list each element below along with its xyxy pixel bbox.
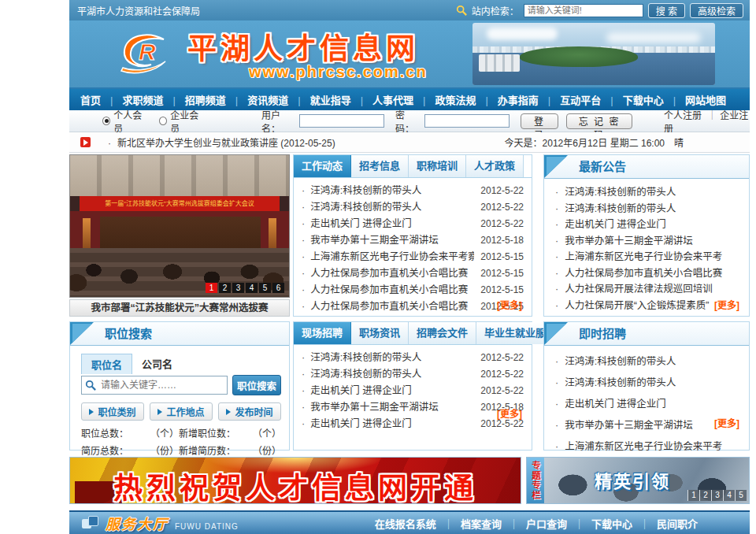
nav-item-info[interactable]: 资讯频道 xyxy=(226,92,288,107)
list-item[interactable]: 汪鸿涛:科技创新的带头人 xyxy=(555,184,739,201)
list-item[interactable]: 我市举办第十三期金平湖讲坛 xyxy=(555,415,739,436)
news-title[interactable]: 我市举办第十三期金平湖讲坛 xyxy=(302,399,474,416)
pager-item[interactable]: 5 xyxy=(259,283,271,293)
pager-item[interactable]: 3 xyxy=(711,490,723,501)
password-field[interactable] xyxy=(424,114,510,128)
list-item[interactable]: 走出机关门 进得企业门 xyxy=(555,217,739,233)
nav-item-interaction[interactable]: 互动平台 xyxy=(539,92,601,107)
company-member-radio[interactable] xyxy=(159,117,167,125)
pager-item[interactable]: 3 xyxy=(232,283,244,293)
personal-register-link[interactable]: 个人注册 xyxy=(664,110,702,121)
news-title[interactable]: 走出机关门 进得企业门 xyxy=(302,416,474,432)
list-item[interactable]: 上海浦东新区光电子行业协会来平考 xyxy=(555,249,739,265)
more-link[interactable]: [更多] xyxy=(714,298,739,311)
personal-member-label[interactable]: 个人会员 xyxy=(113,108,148,135)
more-link[interactable]: [更多] xyxy=(714,416,739,429)
more-link[interactable]: [更多] xyxy=(497,298,522,311)
username-field[interactable] xyxy=(299,114,384,128)
list-item[interactable]: 走出机关门 进得企业门 xyxy=(555,394,739,415)
ticker-news-link[interactable]: 新北区举办大学生创业与就业政策讲座 (2012-05-25) xyxy=(108,135,335,149)
tab-onsite-recruit[interactable]: 现场招聘 xyxy=(294,322,351,344)
link-download-center[interactable]: 下载中心 xyxy=(567,516,632,531)
list-item[interactable]: 汪鸿涛:科技创新的带头人 xyxy=(555,351,739,373)
pager-item[interactable]: 4 xyxy=(246,283,258,293)
cloud-shape xyxy=(487,28,558,40)
photo-caption[interactable]: 我市部署“江苏技能状元”大赛常州选拔赛 xyxy=(69,299,290,317)
tab-career-info[interactable]: 职场资讯 xyxy=(351,322,409,344)
more-link[interactable]: [更多] xyxy=(497,406,522,420)
company-member-label[interactable]: 企业会员 xyxy=(170,108,205,135)
filter-time-button[interactable]: 发布时间 xyxy=(218,402,281,421)
nav-item-hr-agency[interactable]: 人事代理 xyxy=(351,92,413,107)
tab-position-name[interactable]: 职位名 xyxy=(81,354,132,374)
search-button[interactable]: 搜 索 xyxy=(648,3,685,18)
news-title[interactable]: 人力社保局参加市直机关小合唱比赛 xyxy=(302,265,474,282)
tab-talent-policy[interactable]: 人才政策 xyxy=(466,155,524,177)
list-item[interactable]: 汪鸿涛:科技创新的带头人 xyxy=(555,201,739,217)
pager-item[interactable]: 6 xyxy=(272,283,284,293)
announcements-panel: 最新公告 汪鸿涛:科技创新的带头人 汪鸿涛:科技创新的带头人 走出机关门 进得企… xyxy=(543,154,750,317)
news-title[interactable]: 走出机关门 进得企业门 xyxy=(302,216,474,232)
site-logo-icon[interactable]: R xyxy=(115,28,181,79)
conference-photo[interactable]: 第一届“江苏技能状元”大赛常州选拔赛组委会扩大会议 1 2 3 4 5 6 xyxy=(69,154,290,298)
filter-category-button[interactable]: 职位类别 xyxy=(81,402,144,421)
news-title[interactable]: 人力社保局参加市直机关小合唱比赛 xyxy=(302,299,474,315)
list-item[interactable]: 我市举办第十三期金平湖讲坛 xyxy=(555,233,739,250)
advanced-search-button[interactable]: 高级检索 xyxy=(690,3,743,18)
news-title[interactable]: 汪鸿涛:科技创新的带头人 xyxy=(302,183,474,199)
job-search-button[interactable]: 职位搜索 xyxy=(232,375,281,395)
news-title[interactable]: 汪鸿涛:科技创新的带头人 xyxy=(302,366,474,383)
news-title[interactable]: 走出机关门 进得企业门 xyxy=(302,383,474,399)
news-title[interactable]: 人力社保局参加市直机关小合唱比赛 xyxy=(302,282,474,299)
list-item[interactable]: 上海浦东新区光电子行业协会来平考 xyxy=(555,436,739,458)
list-item[interactable]: 汪鸿涛:科技创新的带头人 xyxy=(555,373,739,394)
tab-jobfair-docs[interactable]: 招聘会文件 xyxy=(409,322,476,344)
celebration-banner[interactable]: 热烈祝贺人才信息网开通 xyxy=(69,457,521,504)
announcements-title: 最新公告 xyxy=(579,155,626,179)
forgot-password-button[interactable]: 忘 记 密 码 xyxy=(566,113,632,129)
keyword-input[interactable] xyxy=(81,376,228,395)
pager-item[interactable]: 1 xyxy=(206,283,217,293)
news-title[interactable]: 汪鸿涛:科技创新的带头人 xyxy=(302,199,474,216)
nav-item-service-guide[interactable]: 办事指南 xyxy=(476,92,538,107)
nav-item-download[interactable]: 下载中心 xyxy=(601,92,663,107)
nav-item-sitemap[interactable]: 网站地图 xyxy=(664,92,726,107)
personal-member-radio[interactable] xyxy=(102,117,110,125)
nav-item-jobseek[interactable]: 求职频道 xyxy=(101,92,163,107)
news-date: 2012-5-22 xyxy=(480,366,524,383)
news-title[interactable]: 我市举办第十三期金平湖讲坛 xyxy=(302,232,474,249)
list-item[interactable]: 人力社保局参加市直机关小合唱比赛 xyxy=(555,265,739,282)
filter-label: 职位类别 xyxy=(98,405,135,418)
filter-location-button[interactable]: 工作地点 xyxy=(150,402,213,421)
pager-item[interactable]: 4 xyxy=(723,490,735,501)
news-date: 2012-5-22 xyxy=(480,199,524,216)
nav-item-policy[interactable]: 政策法规 xyxy=(413,92,476,107)
tab-company-name[interactable]: 公司名 xyxy=(132,354,182,374)
news-title[interactable]: 上海浦东新区光电子行业协会来平考察 xyxy=(302,249,474,265)
tab-exam-info[interactable]: 招考信息 xyxy=(351,155,409,177)
link-online-registration[interactable]: 在线报名系统 xyxy=(375,516,436,531)
login-button[interactable]: 登 录 xyxy=(521,113,558,129)
arrow-icon xyxy=(158,409,162,415)
news-item: 上海浦东新区光电子行业协会来平考察2012-5-15 xyxy=(302,249,524,265)
link-household-query[interactable]: 户口查询 xyxy=(502,516,567,531)
feature-banner[interactable]: 专题专栏 精英引领 1 2 3 4 5 xyxy=(526,457,750,504)
pager-item[interactable]: 1 xyxy=(687,490,699,501)
list-item[interactable]: 人力社保局开展法律法规巡回培训 xyxy=(555,281,739,298)
tab-title-training[interactable]: 职称培训 xyxy=(409,155,466,177)
tab-work-news[interactable]: 工作动态 xyxy=(294,155,351,177)
pager-item[interactable]: 2 xyxy=(219,283,231,293)
arrow-icon xyxy=(226,409,231,415)
list-item[interactable]: 人力社保局开展“入企锻炼提素质” xyxy=(555,298,739,314)
news-item: 汪鸿涛:科技创新的带头人2012-5-22 xyxy=(302,350,524,366)
corner-fold-icon xyxy=(70,322,94,345)
pager-item[interactable]: 2 xyxy=(699,490,711,501)
nav-item-guidance[interactable]: 就业指导 xyxy=(288,92,350,107)
pager-item[interactable]: 5 xyxy=(735,490,747,501)
link-private-agency[interactable]: 民间职介 xyxy=(632,516,698,531)
link-archive-query[interactable]: 档案查询 xyxy=(436,516,502,531)
nav-item-home[interactable]: 首页 xyxy=(80,92,101,107)
site-search-input[interactable] xyxy=(524,4,643,17)
news-title[interactable]: 汪鸿涛:科技创新的带头人 xyxy=(302,350,474,366)
nav-item-recruit[interactable]: 招聘频道 xyxy=(163,92,225,107)
